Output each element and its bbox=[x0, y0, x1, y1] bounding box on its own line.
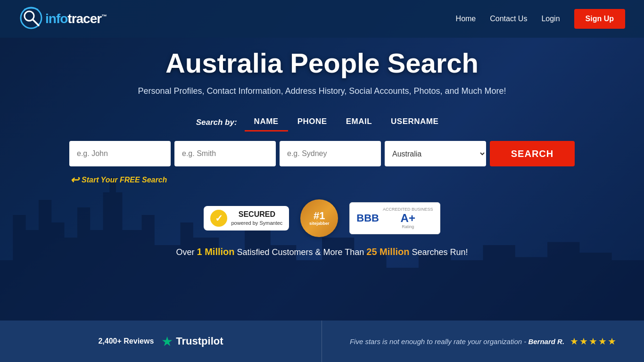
main-nav: Home Contact Us Login Sign Up bbox=[456, 9, 625, 29]
testimonial-stars: ★ ★ ★ ★ ★ bbox=[570, 336, 616, 347]
tab-username[interactable]: USERNAME bbox=[381, 113, 448, 132]
sitejabber-rank: #1 bbox=[314, 211, 325, 221]
sitejabber-label: sitejabber bbox=[309, 221, 330, 226]
nav-login[interactable]: Login bbox=[541, 15, 560, 23]
logo[interactable]: infotracer™ bbox=[19, 6, 107, 32]
footer-testimonial: Five stars is not enough to really rate … bbox=[322, 336, 644, 347]
city-input[interactable] bbox=[280, 141, 381, 166]
customers-count: 1 Million bbox=[197, 247, 235, 257]
nav-home[interactable]: Home bbox=[456, 15, 476, 23]
trustpilot-star-icon: ★ bbox=[161, 334, 173, 349]
hero-subtitle: Personal Profiles, Contact Information, … bbox=[138, 86, 506, 96]
tab-phone[interactable]: PHONE bbox=[288, 113, 337, 132]
header: infotracer™ Home Contact Us Login Sign U… bbox=[0, 0, 644, 38]
logo-icon bbox=[19, 6, 45, 32]
bbb-rating-label: Rating bbox=[383, 224, 433, 230]
bbb-logo: BBB bbox=[356, 212, 379, 224]
search-by-label: Search by: bbox=[196, 118, 237, 127]
arrow-icon: ↩ bbox=[70, 174, 79, 186]
free-search-text: Start Your FREE Search bbox=[82, 176, 167, 184]
search-button[interactable]: SEARCH bbox=[490, 141, 575, 166]
tab-email[interactable]: EMAIL bbox=[337, 113, 381, 132]
bbb-badge: BBB ACCREDITED BUSINESS A+ Rating bbox=[349, 202, 440, 234]
searches-count: 25 Million bbox=[366, 247, 409, 257]
footer-bar: 2,400+ Reviews ★ Trustpilot Five stars i… bbox=[0, 321, 644, 362]
country-select[interactable]: Australia bbox=[385, 141, 486, 166]
last-name-input[interactable] bbox=[174, 141, 276, 166]
hero-content: Australia People Search Personal Profile… bbox=[0, 0, 644, 257]
sitejabber-badge: #1 sitejabber bbox=[300, 199, 338, 237]
logo-name: infotracer™ bbox=[45, 11, 107, 26]
stats-text: Over 1 Million Satisfied Customers & Mor… bbox=[176, 247, 468, 257]
testimonial-text: Five stars is not enough to really rate … bbox=[350, 337, 564, 346]
nav-contact[interactable]: Contact Us bbox=[490, 15, 527, 23]
hero-title: Australia People Search bbox=[165, 47, 479, 79]
signup-button[interactable]: Sign Up bbox=[574, 9, 625, 29]
hero-section: Australia People Search Personal Profile… bbox=[0, 0, 644, 321]
svg-line-2 bbox=[33, 19, 39, 25]
footer-reviews: 2,400+ Reviews ★ Trustpilot bbox=[0, 321, 322, 362]
trust-badges: ✓ SECURED powered by Symantec #1 sitejab… bbox=[204, 199, 440, 237]
tab-name[interactable]: NAME bbox=[245, 113, 288, 132]
norton-secured: SECURED bbox=[231, 210, 282, 220]
reviews-count: 2,400+ Reviews bbox=[98, 337, 154, 346]
trustpilot-name: Trustpilot bbox=[176, 335, 223, 347]
trustpilot-logo: ★ Trustpilot bbox=[161, 334, 223, 349]
search-tabs: Search by: NAME PHONE EMAIL USERNAME bbox=[196, 113, 448, 132]
testimonial-author: Bernard R. bbox=[528, 337, 564, 346]
norton-checkmark: ✓ bbox=[210, 210, 227, 227]
norton-powered: powered by Symantec bbox=[231, 220, 282, 226]
norton-badge: ✓ SECURED powered by Symantec bbox=[204, 206, 289, 230]
first-name-input[interactable] bbox=[69, 141, 171, 166]
search-form: Australia SEARCH bbox=[69, 141, 575, 166]
free-search-hint: ↩ Start Your FREE Search bbox=[70, 174, 167, 186]
bbb-rating: A+ bbox=[383, 213, 433, 224]
